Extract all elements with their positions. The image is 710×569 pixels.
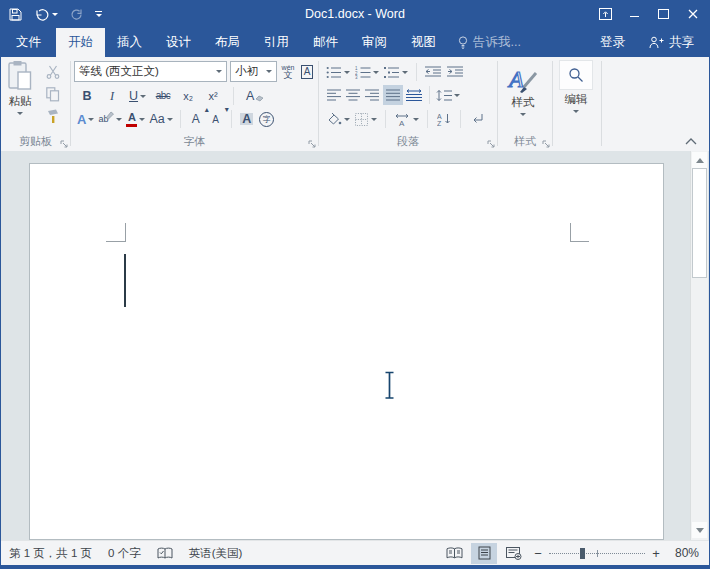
scroll-down-button[interactable] xyxy=(692,522,707,538)
clipboard-dialog-launcher-icon[interactable] xyxy=(60,140,68,148)
paste-dropdown-icon[interactable] xyxy=(17,112,23,115)
tab-references[interactable]: 引用 xyxy=(252,28,301,57)
zoom-out-button[interactable]: − xyxy=(529,546,547,561)
bullets-button[interactable] xyxy=(326,62,350,82)
editing-button[interactable]: 编辑 xyxy=(559,60,593,113)
tab-home[interactable]: 开始 xyxy=(56,28,105,57)
superscript-button[interactable]: x² xyxy=(205,86,221,106)
shading-dropdown-icon[interactable] xyxy=(344,118,350,121)
bullets-dropdown-icon[interactable] xyxy=(344,71,350,74)
subscript-button[interactable]: x₂ xyxy=(180,86,196,106)
tab-insert[interactable]: 插入 xyxy=(105,28,154,57)
tab-mailings[interactable]: 邮件 xyxy=(301,28,350,57)
change-case-button[interactable]: Aa xyxy=(149,109,172,129)
underline-dropdown-icon[interactable] xyxy=(140,95,146,98)
align-left-button[interactable] xyxy=(326,85,342,105)
font-color-button[interactable]: A xyxy=(126,109,145,129)
tab-design[interactable]: 设计 xyxy=(154,28,203,57)
save-icon[interactable] xyxy=(9,8,22,21)
asian-layout-button[interactable]: A xyxy=(394,109,419,129)
font-color-dropdown-icon[interactable] xyxy=(139,118,145,121)
tab-review[interactable]: 审阅 xyxy=(350,28,399,57)
clear-formatting-button[interactable]: A xyxy=(246,86,264,106)
phonetic-guide-button[interactable]: wén 文 xyxy=(280,62,296,82)
font-name-dropdown-icon[interactable] xyxy=(216,70,222,73)
minimize-button[interactable] xyxy=(620,1,649,27)
justify-button[interactable] xyxy=(383,85,403,105)
shading-button[interactable] xyxy=(326,109,350,129)
proofing-icon[interactable] xyxy=(157,547,173,560)
close-button[interactable] xyxy=(678,1,707,27)
strikethrough-button[interactable]: abc xyxy=(155,86,171,106)
print-layout-button[interactable] xyxy=(471,543,497,564)
format-painter-button[interactable] xyxy=(45,106,61,126)
borders-dropdown-icon[interactable] xyxy=(371,118,377,121)
multilevel-dropdown-icon[interactable] xyxy=(402,71,408,74)
highlight-dropdown-icon[interactable] xyxy=(116,118,122,121)
zoom-percentage[interactable]: 80% xyxy=(665,546,699,560)
vertical-scrollbar[interactable] xyxy=(690,151,708,540)
italic-button[interactable]: I xyxy=(104,86,120,106)
styles-button[interactable]: A 样式 xyxy=(506,61,540,116)
cut-button[interactable] xyxy=(45,62,61,82)
web-layout-button[interactable] xyxy=(501,543,527,564)
font-dialog-launcher-icon[interactable] xyxy=(308,140,316,148)
numbering-button[interactable]: 1 2 3 xyxy=(355,62,379,82)
scroll-up-button[interactable] xyxy=(692,152,707,168)
tab-layout[interactable]: 布局 xyxy=(203,28,252,57)
text-effects-dropdown-icon[interactable] xyxy=(88,118,94,121)
font-size-combobox[interactable]: 小初 xyxy=(230,61,277,82)
zoom-slider-thumb[interactable] xyxy=(580,548,585,559)
character-shading-button[interactable]: A xyxy=(239,109,255,129)
multilevel-list-button[interactable] xyxy=(384,62,408,82)
show-hide-marks-button[interactable] xyxy=(469,109,485,129)
bold-button[interactable]: B xyxy=(79,86,95,106)
sign-in-button[interactable]: 登录 xyxy=(588,28,637,57)
ribbon-display-options-icon[interactable] xyxy=(591,1,620,27)
shrink-font-button[interactable]: A▾ xyxy=(208,109,224,129)
maximize-button[interactable] xyxy=(649,1,678,27)
change-case-dropdown-icon[interactable] xyxy=(167,118,173,121)
increase-indent-button[interactable] xyxy=(447,62,464,82)
tell-me-box[interactable]: 告诉我... xyxy=(448,28,531,57)
styles-dialog-launcher-icon[interactable] xyxy=(542,140,550,148)
document-area[interactable] xyxy=(1,151,709,540)
undo-dropdown-icon[interactable] xyxy=(52,13,58,16)
distribute-text-button[interactable] xyxy=(406,85,423,105)
editing-dropdown-icon[interactable] xyxy=(573,110,579,113)
paragraph-dialog-launcher-icon[interactable] xyxy=(487,140,495,148)
asian-layout-dropdown-icon[interactable] xyxy=(413,118,419,121)
undo-button[interactable] xyxy=(34,8,58,21)
sort-button[interactable]: A Z xyxy=(436,109,452,129)
scrollbar-thumb[interactable] xyxy=(692,168,707,278)
collapse-ribbon-icon[interactable] xyxy=(685,138,697,145)
page-indicator[interactable]: 第 1 页，共 1 页 xyxy=(9,546,92,561)
word-count[interactable]: 0 个字 xyxy=(108,546,141,561)
styles-dropdown-icon[interactable] xyxy=(520,113,526,116)
share-button[interactable]: 共享 xyxy=(637,28,709,57)
document-page[interactable] xyxy=(29,163,664,540)
copy-button[interactable] xyxy=(45,84,61,104)
customize-qat-icon[interactable] xyxy=(95,11,102,17)
align-center-button[interactable] xyxy=(345,85,361,105)
text-highlight-button[interactable]: ab xyxy=(98,109,122,129)
character-border-button[interactable]: A xyxy=(299,62,315,82)
decrease-indent-button[interactable] xyxy=(425,62,442,82)
enclose-characters-button[interactable]: 字 xyxy=(259,109,275,129)
font-size-dropdown-icon[interactable] xyxy=(266,70,272,73)
text-effects-button[interactable]: A xyxy=(77,109,94,129)
tab-file[interactable]: 文件 xyxy=(1,28,56,57)
line-spacing-dropdown-icon[interactable] xyxy=(454,94,460,97)
grow-font-button[interactable]: A▴ xyxy=(188,109,204,129)
align-right-button[interactable] xyxy=(364,85,380,105)
zoom-slider[interactable] xyxy=(549,548,645,559)
numbering-dropdown-icon[interactable] xyxy=(373,71,379,74)
underline-button[interactable]: U xyxy=(129,86,146,106)
zoom-in-button[interactable]: + xyxy=(647,546,665,561)
read-mode-button[interactable] xyxy=(441,543,467,564)
tab-view[interactable]: 视图 xyxy=(399,28,448,57)
language-indicator[interactable]: 英语(美国) xyxy=(189,546,243,561)
font-name-combobox[interactable]: 等线 (西文正文) xyxy=(74,61,227,82)
borders-button[interactable] xyxy=(355,109,377,129)
line-spacing-button[interactable] xyxy=(436,85,460,105)
